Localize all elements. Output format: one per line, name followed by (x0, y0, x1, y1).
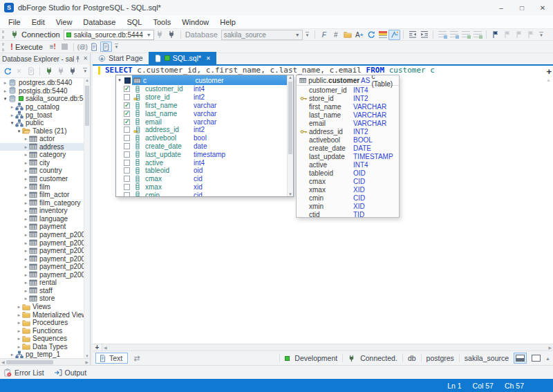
explorer-horizontal-scrollbar[interactable]: ◀▶ (0, 358, 90, 365)
tree-expander-icon[interactable]: ▸ (23, 263, 29, 270)
tree-item-payment-p2007[interactable]: ▸payment_p2007 (0, 231, 84, 239)
autocomplete-column-first-name[interactable]: first_namevarchar (116, 102, 293, 110)
tree-item-city[interactable]: ▸city (0, 159, 84, 167)
tree-item-payment-p2007[interactable]: ▸payment_p2007 (0, 239, 84, 247)
tree-expander-icon[interactable]: ▸ (16, 303, 22, 310)
tree-expander-icon[interactable]: ▸ (23, 279, 29, 286)
tree-item-functions[interactable]: ▸Functions (0, 326, 84, 335)
tree-item-language[interactable]: ▸language (0, 215, 84, 223)
tree-expander-icon[interactable]: ▸ (23, 231, 29, 239)
toolbar-overflow-icon[interactable]: ▾ (115, 44, 119, 50)
tree-expander-icon[interactable]: ▸ (2, 87, 8, 95)
refresh-icon[interactable] (365, 30, 377, 40)
format-document-icon[interactable]: F (318, 30, 330, 40)
error-list-tab[interactable]: Error List (3, 368, 44, 377)
tree-expander-icon[interactable]: ▸ (23, 239, 29, 247)
tree-item-store[interactable]: ▸store (0, 295, 84, 303)
autocomplete-column-address-id[interactable]: address_idint2 (116, 126, 293, 134)
tree-expander-icon[interactable]: ▸ (23, 135, 29, 142)
tree-expander-icon[interactable]: ▸ (23, 175, 29, 183)
toolbar-grip[interactable] (2, 30, 6, 39)
minimize-button[interactable]: – (491, 0, 512, 15)
popup-expander-icon[interactable]: ▾ (116, 77, 123, 83)
pin-icon[interactable] (74, 55, 82, 63)
toolbar-overflow-icon[interactable]: ▾ (539, 32, 543, 38)
autocomplete-column-last-name[interactable]: last_namevarchar (116, 109, 293, 118)
explorer-vertical-scrollbar[interactable]: ▲▼ (84, 78, 90, 358)
delete-icon[interactable]: ✕ (13, 66, 25, 76)
toolbar-overflow-icon[interactable]: ▾ (83, 68, 87, 74)
open-folder-icon[interactable] (341, 30, 353, 40)
add-pane-button[interactable]: + (93, 344, 102, 351)
column-checkbox[interactable] (124, 184, 130, 190)
popup-scrollbar[interactable]: ▲▼ (287, 75, 293, 196)
scroll-up-icon[interactable]: ▲ (546, 77, 551, 82)
validate-icon[interactable]: # (330, 30, 341, 40)
comment-block-icon[interactable] (460, 30, 471, 40)
tree-item-inventory[interactable]: ▸inventory (0, 207, 84, 215)
split-view-handle[interactable]: + (546, 66, 552, 77)
editor-horizontal-scrollbar[interactable]: + ◀ ▶ (93, 344, 553, 351)
tree-item-payment-p2007[interactable]: ▸payment_p2007 (0, 254, 84, 263)
column-checkbox[interactable] (124, 127, 130, 133)
column-checkbox[interactable] (124, 94, 130, 100)
tree-item-pg-temp-1[interactable]: ▸pg_temp_1 (0, 351, 84, 358)
autocomplete-column-last-update[interactable]: last_updatetimestamp (116, 150, 293, 158)
menu-window[interactable]: Window (176, 18, 214, 26)
tree-item-payment[interactable]: ▸payment (0, 223, 84, 231)
tree-expander-icon[interactable]: ▾ (16, 127, 22, 135)
connection-status[interactable]: Connected. (360, 354, 397, 362)
decrease-indent-icon[interactable] (406, 30, 418, 40)
swap-view-icon[interactable]: ⇄ (133, 354, 140, 363)
previous-bookmark-icon[interactable] (501, 30, 513, 40)
tree-item-payment-p2007[interactable]: ▸payment_p2007 (0, 247, 84, 255)
tree-expander-icon[interactable]: ▸ (2, 79, 8, 86)
tree-expander-icon[interactable]: ▸ (23, 159, 29, 167)
database-dropdown[interactable]: sakila_source ▼ (221, 30, 303, 40)
autocomplete-column-customer-id[interactable]: customer_idint4 (116, 85, 293, 93)
environment-category[interactable]: Development (294, 354, 337, 362)
tree-expander-icon[interactable]: ▸ (23, 215, 29, 223)
connection-dropdown[interactable]: sakila_source.db:5444 ▼ (64, 30, 154, 40)
layout-horizontal-toggle[interactable] (514, 353, 527, 364)
autocomplete-column-store-id[interactable]: store_idint2 (116, 93, 293, 102)
clear-bookmarks-icon[interactable] (525, 30, 536, 40)
tree-item-postgis-db-5440[interactable]: ▸postgis.db:5440 (0, 87, 84, 95)
autocomplete-column-cmax[interactable]: cmaxcid (116, 175, 293, 183)
tree-expander-icon[interactable]: ▸ (9, 351, 15, 358)
autocomplete-column-active[interactable]: activeint4 (116, 158, 293, 167)
tree-expander-icon[interactable]: ▸ (16, 343, 22, 351)
increase-indent-icon[interactable] (418, 30, 430, 40)
close-button[interactable]: ✕ (532, 0, 553, 15)
new-sql-icon[interactable] (88, 41, 100, 52)
tree-item-rental[interactable]: ▸rental (0, 279, 84, 287)
toolbar-overflow-icon[interactable]: ▾ (306, 32, 310, 38)
tree-item-data-types[interactable]: ▸Data Types (0, 343, 84, 351)
tree-item-tables-21[interactable]: ▾Tables (21) (0, 127, 84, 135)
layout-vertical-toggle[interactable] (532, 355, 541, 362)
column-checkbox[interactable] (124, 135, 130, 141)
tree-expander-icon[interactable]: ▸ (23, 295, 29, 302)
menu-sql[interactable]: SQL (121, 18, 147, 26)
tab-start-page[interactable]: Start Page (93, 52, 149, 64)
tree-item-pg-toast[interactable]: ▸pg_toast (0, 111, 84, 119)
toggle-bookmark-icon[interactable] (489, 30, 501, 40)
disconnect-icon[interactable] (66, 66, 78, 76)
new-connection-icon[interactable] (43, 66, 55, 76)
tree-expander-icon[interactable]: ▸ (23, 207, 29, 214)
status-server[interactable]: postgres (427, 354, 454, 362)
column-checkbox[interactable] (124, 167, 130, 174)
disconnect-icon[interactable] (166, 30, 178, 40)
uncomment-block-icon[interactable] (471, 30, 483, 40)
tree-item-sequences[interactable]: ▸Sequences (0, 335, 84, 343)
menu-help[interactable]: Help (214, 18, 241, 26)
autocomplete-column-cmin[interactable]: cmincid (116, 191, 293, 197)
menu-file[interactable]: File (3, 18, 26, 26)
edit-connection-icon[interactable] (154, 30, 166, 40)
column-checkbox[interactable] (124, 151, 130, 158)
font-size-icon[interactable]: A+ (353, 30, 365, 40)
tree-expander-icon[interactable]: ▸ (23, 247, 29, 254)
tree-item-procedures[interactable]: ▸Procedures (0, 319, 84, 327)
column-checkbox[interactable] (124, 192, 130, 197)
tree-item-sakila-source-db-5444[interactable]: ▾sakila_source.db:5444 (0, 95, 84, 103)
